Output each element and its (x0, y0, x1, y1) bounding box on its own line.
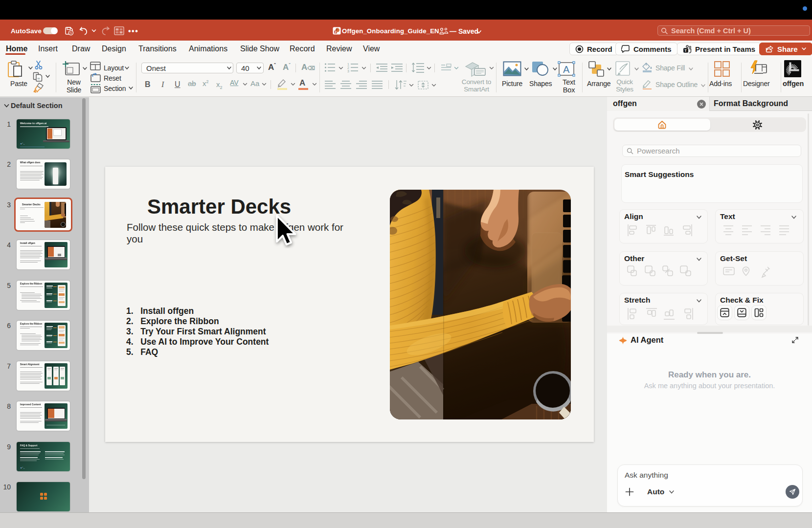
svg-text:A: A (563, 64, 570, 75)
svg-text:T: T (684, 48, 687, 52)
svg-text:3: 3 (347, 69, 349, 73)
svg-text:2: 2 (347, 66, 349, 69)
svg-text:1: 1 (347, 63, 349, 66)
svg-text:P: P (335, 31, 337, 34)
